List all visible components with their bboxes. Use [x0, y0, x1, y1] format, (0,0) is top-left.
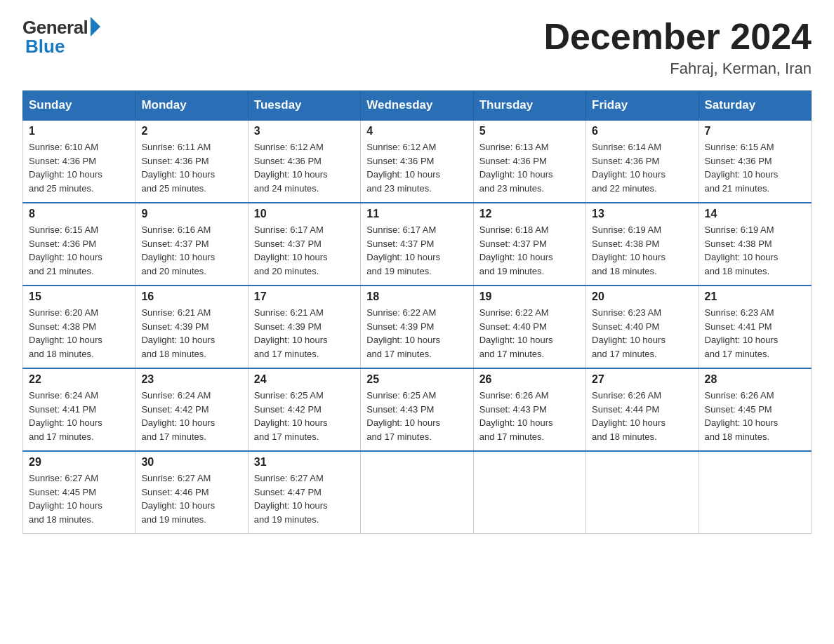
- table-row: 3 Sunrise: 6:12 AM Sunset: 4:36 PM Dayli…: [248, 120, 360, 203]
- table-row: 24 Sunrise: 6:25 AM Sunset: 4:42 PM Dayl…: [248, 368, 360, 451]
- table-row: 1 Sunrise: 6:10 AM Sunset: 4:36 PM Dayli…: [23, 120, 135, 203]
- day-number: 7: [705, 125, 805, 137]
- day-info: Sunrise: 6:22 AM Sunset: 4:39 PM Dayligh…: [366, 306, 467, 361]
- table-row: 28 Sunrise: 6:26 AM Sunset: 4:45 PM Dayl…: [699, 368, 811, 451]
- day-info: Sunrise: 6:12 AM Sunset: 4:36 PM Dayligh…: [366, 140, 467, 195]
- table-row: 9 Sunrise: 6:16 AM Sunset: 4:37 PM Dayli…: [135, 203, 248, 286]
- table-row: 21 Sunrise: 6:23 AM Sunset: 4:41 PM Dayl…: [699, 286, 811, 368]
- day-number: 2: [141, 125, 241, 137]
- table-row: 31 Sunrise: 6:27 AM Sunset: 4:47 PM Dayl…: [248, 451, 360, 534]
- day-info: Sunrise: 6:25 AM Sunset: 4:42 PM Dayligh…: [254, 389, 355, 443]
- table-row: 4 Sunrise: 6:12 AM Sunset: 4:36 PM Dayli…: [361, 120, 473, 203]
- day-number: 24: [254, 373, 355, 386]
- day-info: Sunrise: 6:20 AM Sunset: 4:38 PM Dayligh…: [29, 306, 129, 361]
- table-row: 2 Sunrise: 6:11 AM Sunset: 4:36 PM Dayli…: [135, 120, 248, 203]
- day-info: Sunrise: 6:27 AM Sunset: 4:47 PM Dayligh…: [254, 471, 355, 526]
- day-info: Sunrise: 6:23 AM Sunset: 4:41 PM Dayligh…: [705, 306, 805, 361]
- day-info: Sunrise: 6:27 AM Sunset: 4:45 PM Dayligh…: [29, 471, 129, 526]
- day-number: 6: [592, 125, 692, 137]
- table-row: 20 Sunrise: 6:23 AM Sunset: 4:40 PM Dayl…: [586, 286, 699, 368]
- day-number: 23: [141, 373, 241, 386]
- table-row: [699, 451, 811, 534]
- day-info: Sunrise: 6:14 AM Sunset: 4:36 PM Dayligh…: [592, 140, 692, 195]
- day-info: Sunrise: 6:19 AM Sunset: 4:38 PM Dayligh…: [705, 223, 805, 278]
- table-row: 29 Sunrise: 6:27 AM Sunset: 4:45 PM Dayl…: [23, 451, 135, 534]
- calendar-week-row: 1 Sunrise: 6:10 AM Sunset: 4:36 PM Dayli…: [23, 120, 812, 203]
- table-row: [361, 451, 473, 534]
- day-number: 26: [479, 373, 580, 386]
- table-row: 30 Sunrise: 6:27 AM Sunset: 4:46 PM Dayl…: [135, 451, 248, 534]
- day-info: Sunrise: 6:27 AM Sunset: 4:46 PM Dayligh…: [141, 471, 241, 526]
- day-number: 1: [29, 125, 129, 137]
- day-number: 14: [705, 208, 805, 220]
- table-row: [586, 451, 699, 534]
- col-tuesday: Tuesday: [248, 91, 360, 121]
- calendar-week-row: 8 Sunrise: 6:15 AM Sunset: 4:36 PM Dayli…: [23, 203, 812, 286]
- table-row: 13 Sunrise: 6:19 AM Sunset: 4:38 PM Dayl…: [586, 203, 699, 286]
- day-number: 20: [592, 290, 692, 303]
- table-row: 8 Sunrise: 6:15 AM Sunset: 4:36 PM Dayli…: [23, 203, 135, 286]
- table-row: 27 Sunrise: 6:26 AM Sunset: 4:44 PM Dayl…: [586, 368, 699, 451]
- day-info: Sunrise: 6:16 AM Sunset: 4:37 PM Dayligh…: [141, 223, 241, 278]
- day-number: 28: [705, 373, 805, 386]
- table-row: 14 Sunrise: 6:19 AM Sunset: 4:38 PM Dayl…: [699, 203, 811, 286]
- logo-triangle-icon: [91, 17, 100, 36]
- table-row: 25 Sunrise: 6:25 AM Sunset: 4:43 PM Dayl…: [361, 368, 473, 451]
- table-row: 17 Sunrise: 6:21 AM Sunset: 4:39 PM Dayl…: [248, 286, 360, 368]
- day-number: 12: [479, 208, 580, 220]
- table-row: 19 Sunrise: 6:22 AM Sunset: 4:40 PM Dayl…: [473, 286, 585, 368]
- day-number: 8: [29, 208, 129, 220]
- day-info: Sunrise: 6:17 AM Sunset: 4:37 PM Dayligh…: [366, 223, 467, 278]
- day-number: 31: [254, 456, 355, 469]
- col-wednesday: Wednesday: [361, 91, 473, 121]
- day-info: Sunrise: 6:23 AM Sunset: 4:40 PM Dayligh…: [592, 306, 692, 361]
- table-row: [473, 451, 585, 534]
- table-row: 6 Sunrise: 6:14 AM Sunset: 4:36 PM Dayli…: [586, 120, 699, 203]
- day-number: 15: [29, 290, 129, 303]
- day-number: 10: [254, 208, 355, 220]
- day-number: 18: [366, 290, 467, 303]
- day-info: Sunrise: 6:26 AM Sunset: 4:44 PM Dayligh…: [592, 389, 692, 443]
- table-row: 23 Sunrise: 6:24 AM Sunset: 4:42 PM Dayl…: [135, 368, 248, 451]
- table-row: 11 Sunrise: 6:17 AM Sunset: 4:37 PM Dayl…: [361, 203, 473, 286]
- col-sunday: Sunday: [23, 91, 135, 121]
- day-number: 19: [479, 290, 580, 303]
- page-header: General Blue December 2024 Fahraj, Kerma…: [22, 17, 812, 78]
- calendar-table: Sunday Monday Tuesday Wednesday Thursday…: [22, 90, 812, 534]
- day-info: Sunrise: 6:26 AM Sunset: 4:45 PM Dayligh…: [705, 389, 805, 443]
- col-saturday: Saturday: [699, 91, 811, 121]
- table-row: 22 Sunrise: 6:24 AM Sunset: 4:41 PM Dayl…: [23, 368, 135, 451]
- table-row: 18 Sunrise: 6:22 AM Sunset: 4:39 PM Dayl…: [361, 286, 473, 368]
- table-row: 15 Sunrise: 6:20 AM Sunset: 4:38 PM Dayl…: [23, 286, 135, 368]
- day-number: 4: [366, 125, 467, 137]
- day-info: Sunrise: 6:17 AM Sunset: 4:37 PM Dayligh…: [254, 223, 355, 278]
- day-number: 22: [29, 373, 129, 386]
- table-row: 10 Sunrise: 6:17 AM Sunset: 4:37 PM Dayl…: [248, 203, 360, 286]
- day-info: Sunrise: 6:11 AM Sunset: 4:36 PM Dayligh…: [141, 140, 241, 195]
- day-number: 27: [592, 373, 692, 386]
- table-row: 16 Sunrise: 6:21 AM Sunset: 4:39 PM Dayl…: [135, 286, 248, 368]
- day-number: 9: [141, 208, 241, 220]
- location-title: Fahraj, Kerman, Iran: [543, 60, 812, 78]
- calendar-week-row: 29 Sunrise: 6:27 AM Sunset: 4:45 PM Dayl…: [23, 451, 812, 534]
- calendar-week-row: 15 Sunrise: 6:20 AM Sunset: 4:38 PM Dayl…: [23, 286, 812, 368]
- table-row: 7 Sunrise: 6:15 AM Sunset: 4:36 PM Dayli…: [699, 120, 811, 203]
- day-number: 25: [366, 373, 467, 386]
- day-info: Sunrise: 6:26 AM Sunset: 4:43 PM Dayligh…: [479, 389, 580, 443]
- day-info: Sunrise: 6:13 AM Sunset: 4:36 PM Dayligh…: [479, 140, 580, 195]
- day-info: Sunrise: 6:19 AM Sunset: 4:38 PM Dayligh…: [592, 223, 692, 278]
- day-info: Sunrise: 6:10 AM Sunset: 4:36 PM Dayligh…: [29, 140, 129, 195]
- day-info: Sunrise: 6:21 AM Sunset: 4:39 PM Dayligh…: [141, 306, 241, 361]
- day-number: 29: [29, 456, 129, 469]
- day-info: Sunrise: 6:25 AM Sunset: 4:43 PM Dayligh…: [366, 389, 467, 443]
- day-info: Sunrise: 6:22 AM Sunset: 4:40 PM Dayligh…: [479, 306, 580, 361]
- month-title: December 2024: [543, 17, 812, 57]
- logo-blue-text: Blue: [22, 36, 65, 58]
- day-number: 21: [705, 290, 805, 303]
- calendar-week-row: 22 Sunrise: 6:24 AM Sunset: 4:41 PM Dayl…: [23, 368, 812, 451]
- day-number: 3: [254, 125, 355, 137]
- col-friday: Friday: [586, 91, 699, 121]
- table-row: 5 Sunrise: 6:13 AM Sunset: 4:36 PM Dayli…: [473, 120, 585, 203]
- day-number: 17: [254, 290, 355, 303]
- col-thursday: Thursday: [473, 91, 585, 121]
